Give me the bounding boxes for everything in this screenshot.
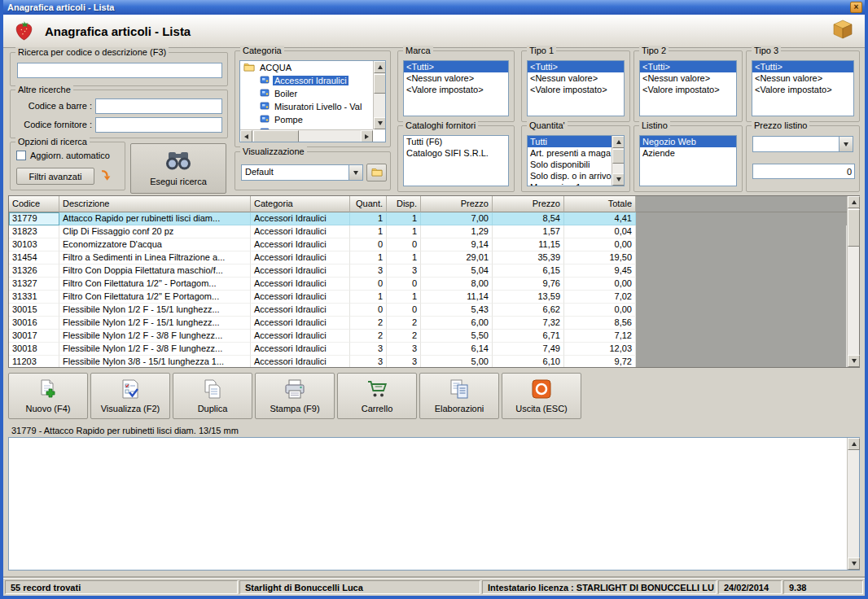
col-header-categoria[interactable]: Categoria: [251, 196, 350, 212]
table-row[interactable]: 31779 Attacco Rapido per rubinetti lisci…: [9, 212, 847, 225]
type3-listbox[interactable]: <Tutti><Nessun valore><Valore impostato>: [752, 60, 854, 116]
listbox-item[interactable]: Magazzino 1: [528, 181, 612, 186]
cell-totale: 9,72: [564, 356, 636, 367]
listbox-item[interactable]: <Nessun valore>: [752, 72, 853, 84]
close-button[interactable]: ×: [850, 2, 862, 13]
dropdown-arrow-icon[interactable]: [839, 137, 853, 151]
process-button[interactable]: Elaborazioni: [419, 373, 499, 419]
tree-item[interactable]: Boiler: [240, 87, 373, 100]
strawberry-logo-icon: [13, 20, 35, 43]
listbox-item[interactable]: Art. presenti a maga: [528, 147, 612, 159]
listprice-select[interactable]: [752, 136, 853, 152]
cell-totale: 7,12: [564, 330, 636, 343]
duplicate-button[interactable]: Duplica: [173, 373, 252, 419]
barcode-input[interactable]: [95, 98, 222, 114]
col-header-descrizione[interactable]: Descrizione: [59, 196, 251, 212]
table-row[interactable]: 30015 Flessibile Nylon 1/2 F - 15/1 lung…: [9, 304, 847, 317]
listprice-amount-input[interactable]: [752, 164, 855, 179]
quantity-scroll-thumb[interactable]: [612, 149, 625, 164]
listbox-item[interactable]: <Valore impostato>: [404, 84, 508, 95]
cart-button[interactable]: Carrello: [337, 373, 417, 419]
supplier-catalogs-listbox[interactable]: Tutti (F6)Catalogo SIFI S.R.L.: [403, 135, 509, 186]
listbox-item[interactable]: <Tutti>: [404, 61, 508, 72]
cell-codice: 31779: [9, 212, 59, 225]
exit-button[interactable]: Uscita (ESC): [502, 373, 581, 419]
tree-horizontal-scrollbar[interactable]: [240, 129, 373, 142]
quantity-group-label: Quantita': [527, 120, 568, 131]
print-button[interactable]: Stampa (F9): [255, 373, 335, 419]
visualization-select[interactable]: Default: [241, 164, 363, 181]
listbox-item[interactable]: <Nessun valore>: [640, 72, 736, 84]
tree-item[interactable]: Pompe: [240, 113, 373, 126]
new-button[interactable]: Nuovo (F4): [8, 373, 88, 419]
table-scroll-thumb[interactable]: [848, 209, 860, 247]
cart-icon: [366, 378, 388, 401]
col-header-codice[interactable]: Codice: [9, 196, 59, 212]
supplier-code-input[interactable]: [95, 117, 222, 133]
quantity-listbox[interactable]: TuttiArt. presenti a magaSolo disponibil…: [527, 135, 625, 186]
scroll-up-icon: [378, 65, 383, 69]
col-header-quant[interactable]: Quant.: [350, 196, 387, 212]
col-header-disp[interactable]: Disp.: [387, 196, 421, 212]
listbox-item[interactable]: Solo disp. o in arrivo: [528, 170, 612, 181]
auto-update-checkbox[interactable]: [16, 151, 26, 160]
cell-empty: [636, 225, 847, 238]
dropdown-arrow-icon[interactable]: [349, 165, 362, 180]
col-header-prezzo2[interactable]: Prezzo: [493, 196, 564, 212]
listbox-item[interactable]: Solo disponibili: [528, 159, 612, 170]
listbox-item[interactable]: <Tutti>: [752, 61, 853, 72]
listbox-item[interactable]: Aziende: [640, 147, 736, 159]
cell-prezzo1: 1,29: [421, 225, 493, 238]
tree-item[interactable]: Accessori Idraulici: [240, 74, 373, 87]
table-row[interactable]: 31454 Filtro a Sedimenti in Linea Filtra…: [9, 251, 847, 265]
visualization-folder-button[interactable]: [366, 164, 387, 181]
table-row[interactable]: 31823 Clip Di Fissaggio conf 20 pz Acces…: [9, 225, 847, 238]
detail-vertical-scrollbar[interactable]: [847, 438, 859, 570]
tree-vertical-scrollbar[interactable]: [373, 61, 385, 129]
pricelist-listbox[interactable]: Negozio WebAziende: [639, 135, 737, 186]
listbox-item[interactable]: <Tutti>: [528, 61, 624, 72]
listbox-item[interactable]: <Tutti>: [640, 61, 736, 72]
tree-hscroll-thumb[interactable]: [253, 130, 299, 142]
category-icon: [260, 101, 270, 112]
listbox-item[interactable]: Negozio Web: [640, 136, 736, 147]
table-row[interactable]: 30017 Flessibile Nylon 1/2 F - 3/8 F lun…: [9, 330, 847, 343]
detail-caption: 31779 - Attacco Rapido per rubinetti lis…: [11, 426, 239, 435]
listbox-item[interactable]: Tutti: [528, 136, 612, 147]
quantity-scrollbar[interactable]: [612, 136, 624, 186]
table-row[interactable]: 31326 Filtro Con Doppia Filettatura masc…: [9, 265, 847, 278]
view-button[interactable]: Visualizza (F2): [90, 373, 170, 419]
listbox-item[interactable]: Catalogo SIFI S.R.L.: [404, 147, 508, 159]
advanced-filters-arrow-icon: [100, 169, 112, 182]
advanced-filters-button[interactable]: Filtri avanzati: [16, 168, 94, 185]
col-header-totale[interactable]: Totale: [564, 196, 636, 212]
listbox-item[interactable]: <Valore impostato>: [752, 84, 853, 95]
listbox-item[interactable]: <Nessun valore>: [528, 72, 624, 84]
table-vertical-scrollbar[interactable]: [847, 196, 859, 367]
type2-listbox[interactable]: <Tutti><Nessun valore><Valore impostato>: [639, 60, 737, 116]
cell-descrizione: Filtro Con Filettatura 1/2" - Portagom..…: [59, 278, 251, 291]
cell-descrizione: Economizzatore D'acqua: [59, 238, 251, 251]
table-row[interactable]: 30018 Flessibile Nylon 1/2 F - 3/8 F lun…: [9, 343, 847, 356]
brand-listbox[interactable]: <Tutti><Nessun valore><Valore impostato>: [403, 60, 509, 116]
type1-listbox[interactable]: <Tutti><Nessun valore><Valore impostato>: [527, 60, 625, 116]
listbox-item[interactable]: <Valore impostato>: [640, 84, 736, 95]
execute-search-button[interactable]: Esegui ricerca: [130, 143, 226, 194]
table-row[interactable]: 31331 Filtro Con Filettatura 1/2" E Port…: [9, 291, 847, 304]
detail-textarea[interactable]: [9, 438, 847, 570]
listbox-item[interactable]: <Nessun valore>: [404, 72, 508, 84]
table-row[interactable]: 11203 Flessibile Nylon 3/8 - 15/1 lunghe…: [9, 356, 847, 367]
cell-categoria: Accessori Idraulici: [251, 356, 350, 367]
tree-root-item[interactable]: ACQUA: [240, 61, 373, 74]
tree-item[interactable]: Misuratori Livello - Val: [240, 100, 373, 113]
page-title: Anagrafica articoli - Lista: [45, 24, 191, 38]
tree-vscroll-thumb[interactable]: [374, 74, 386, 94]
table-row[interactable]: 30016 Flessibile Nylon 1/2 F - 15/1 lung…: [9, 317, 847, 330]
listbox-item[interactable]: <Valore impostato>: [528, 84, 624, 95]
table-row[interactable]: 30103 Economizzatore D'acqua Accessori I…: [9, 238, 847, 251]
category-tree[interactable]: ACQUA Accessor: [239, 60, 386, 142]
search-input[interactable]: [17, 63, 222, 78]
table-row[interactable]: 31327 Filtro Con Filettatura 1/2" - Port…: [9, 278, 847, 291]
col-header-prezzo1[interactable]: Prezzo: [421, 196, 493, 212]
listbox-item[interactable]: Tutti (F6): [404, 136, 508, 147]
